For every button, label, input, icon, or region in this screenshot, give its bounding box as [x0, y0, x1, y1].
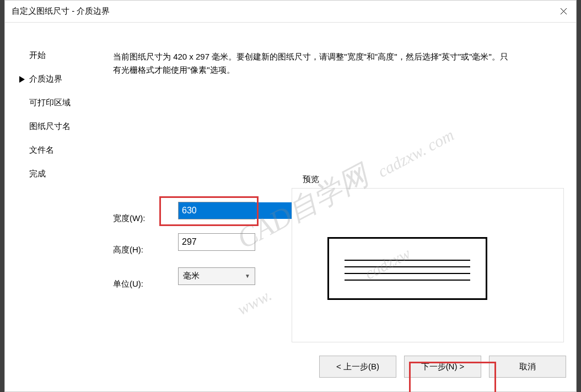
nav-item-printable-area[interactable]: 可打印区域	[29, 98, 95, 108]
preview-label: 预览	[303, 174, 319, 185]
form-area: 宽度(W): ▲ ▼ 高度(H): ▲ ▼	[113, 194, 255, 316]
height-spinner[interactable]: ▲ ▼	[178, 233, 255, 251]
back-button[interactable]: < 上一步(B)	[319, 356, 396, 378]
preview-line	[345, 273, 470, 274]
preview-line	[345, 266, 470, 267]
next-button[interactable]: 下一步(N) >	[404, 356, 481, 378]
nav-item-file-name[interactable]: 文件名	[29, 145, 95, 155]
preview-line	[345, 280, 470, 281]
wizard-nav: 开始 介质边界 可打印区域 图纸尺寸名 文件名 完成	[29, 50, 95, 192]
width-row: 宽度(W): ▲ ▼	[113, 213, 255, 224]
unit-row: 单位(U): 毫米 ▼	[113, 279, 255, 289]
titlebar: 自定义图纸尺寸 - 介质边界	[5, 1, 576, 23]
unit-select[interactable]: 毫米 ▼	[178, 267, 255, 285]
width-spinner[interactable]: ▲ ▼	[178, 202, 255, 219]
nav-item-start[interactable]: 开始	[29, 50, 95, 61]
unit-value: 毫米	[183, 271, 245, 281]
watermark-text: cadzxw. com	[375, 126, 457, 181]
preview-panel	[292, 188, 564, 342]
unit-label: 单位(U):	[113, 279, 157, 289]
nav-item-media-bounds[interactable]: 介质边界	[29, 74, 95, 84]
button-bar: < 上一步(B) 下一步(N) > 取消	[319, 356, 566, 378]
height-input[interactable]	[179, 234, 295, 250]
nav-item-finish[interactable]: 完成	[29, 169, 95, 179]
window-title: 自定义图纸尺寸 - 介质边界	[12, 6, 110, 17]
cancel-button[interactable]: 取消	[489, 356, 566, 378]
chevron-down-icon: ▼	[245, 273, 250, 279]
width-label: 宽度(W):	[113, 213, 157, 224]
width-input[interactable]	[179, 202, 295, 219]
preview-page	[327, 237, 487, 300]
height-label: 高度(H):	[113, 245, 157, 255]
preview-line	[345, 260, 470, 261]
close-button[interactable]	[551, 1, 576, 23]
description-text: 当前图纸尺寸为 420 x 297 毫米。要创建新的图纸尺寸，请调整"宽度"和"…	[113, 50, 510, 77]
content-area: 开始 介质边界 可打印区域 图纸尺寸名 文件名 完成 当前图纸尺寸为 420 x…	[5, 23, 576, 391]
height-row: 高度(H): ▲ ▼	[113, 245, 255, 255]
close-icon	[560, 8, 567, 15]
dialog-window: 自定义图纸尺寸 - 介质边界 开始 介质边界 可打印区域 图纸尺寸名 文件名 完…	[4, 0, 577, 392]
nav-item-paper-size-name[interactable]: 图纸尺寸名	[29, 121, 95, 132]
